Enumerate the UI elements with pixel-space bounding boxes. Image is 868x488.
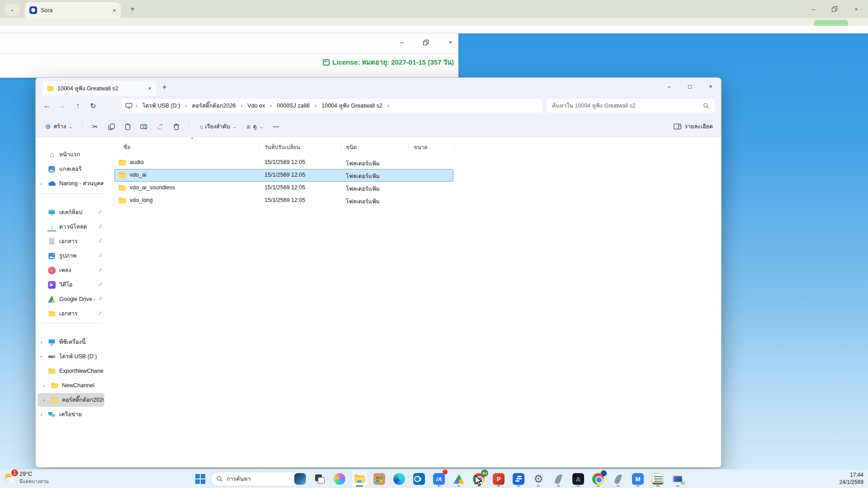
refresh-button[interactable]: ↻: [85, 99, 101, 113]
chevron-expand-icon[interactable]: ›: [38, 181, 44, 186]
column-resize-handle[interactable]: [259, 142, 259, 150]
sidebar-item-videos[interactable]: ▶ วิดีโอ: [38, 278, 104, 291]
microsoft-store-icon[interactable]: [372, 471, 387, 487]
breadcrumb[interactable]: › ไดรฟ์ USB (D:) › คอร์สติ๊กต้อก2026 › V…: [122, 99, 542, 113]
new-button[interactable]: ⊕ สร้าง ⌄: [41, 119, 76, 134]
copilot-icon[interactable]: [332, 471, 347, 487]
share-button[interactable]: [153, 120, 167, 133]
sidebar-item-downloads[interactable]: ↓ ดาวน์โหลด: [38, 220, 104, 234]
up-button[interactable]: ↑: [70, 99, 85, 113]
quill-app-2-icon[interactable]: [610, 471, 626, 487]
explorer-maximize-button[interactable]: □: [679, 78, 700, 95]
taskbar-search-box[interactable]: การค้นหา: [211, 472, 308, 486]
task-view-button[interactable]: [312, 471, 327, 487]
sort-ascending-icon: ^: [188, 137, 197, 142]
explorer-close-button[interactable]: ×: [700, 78, 721, 95]
file-explorer-icon[interactable]: [352, 471, 367, 487]
browser-close-button[interactable]: ×: [854, 6, 858, 13]
sidebar-item-pictures[interactable]: รูปภาพ: [38, 249, 104, 263]
column-resize-handle[interactable]: [340, 142, 341, 150]
settings-gear-icon[interactable]: ⚙: [531, 471, 546, 487]
view-button[interactable]: ≡ ดู ⌄: [242, 119, 267, 134]
sidebar-item-onedrive[interactable]: › Narong - ส่วนบุคคล: [38, 177, 104, 190]
breadcrumb-item-0000sj-za88[interactable]: 0000SJ za88: [275, 102, 311, 110]
sidebar-item-this-pc[interactable]: › พีซีเครื่องนี้: [38, 335, 104, 349]
chevron-expand-icon[interactable]: ›: [38, 412, 44, 417]
sidebar-item-course2026[interactable]: › คอร์สติ๊กต้อก2026: [38, 393, 104, 407]
file-row-vdo-long[interactable]: vdo_long 15/1/2569 12:05 โฟลเดอร์แฟ้ม: [105, 194, 648, 207]
dark-a-app-icon[interactable]: A: [571, 471, 586, 487]
mountain-app-icon[interactable]: M: [630, 471, 646, 487]
search-highlight-image: [294, 473, 306, 485]
chevron-collapse-icon[interactable]: ›: [39, 354, 44, 360]
remote-desktop-icon[interactable]: ↻: [670, 471, 685, 487]
browser-minimize-button[interactable]: –: [811, 6, 815, 13]
license-minimize-button[interactable]: –: [400, 39, 403, 46]
browser-green-button[interactable]: [814, 20, 848, 26]
column-header-date-modified[interactable]: วันที่ปรับเปลี่ยน: [264, 143, 300, 151]
explorer-tab-close-icon[interactable]: ×: [148, 85, 151, 92]
browser-restore-button[interactable]: [832, 6, 837, 12]
column-resize-handle[interactable]: [408, 142, 409, 150]
column-resize-handle[interactable]: [454, 142, 455, 150]
edge-icon[interactable]: [392, 471, 407, 487]
tab-search-button[interactable]: ⌄: [5, 4, 20, 15]
sidebar-item-desktop[interactable]: เดสก์ท็อป: [38, 206, 104, 219]
clock-time: 17:44: [840, 472, 863, 479]
license-restore-button[interactable]: [423, 40, 429, 45]
details-pane-button[interactable]: รายละเอียด: [674, 116, 713, 137]
outlook-icon[interactable]: O: [411, 471, 427, 487]
chevron-expand-icon[interactable]: ›: [41, 383, 47, 388]
sidebar-item-newchannel[interactable]: › NewChannel: [38, 379, 104, 392]
browser-new-tab-button[interactable]: +: [130, 5, 135, 14]
more-options-button[interactable]: •••: [269, 122, 283, 132]
chevron-expand-icon[interactable]: ›: [41, 397, 47, 403]
pin-icon: [98, 238, 103, 244]
ia-app-icon[interactable]: /A: [431, 471, 447, 487]
sidebar-item-usb-drive-d[interactable]: › ไดรฟ์ USB (D:): [38, 350, 104, 363]
powerpoint-icon[interactable]: P: [491, 471, 506, 487]
file-row-audio[interactable]: audio 15/1/2569 12:05 โฟลเดอร์แฟ้ม: [105, 156, 648, 169]
search-box[interactable]: ค้นหาใน 10004 หูฟัง Greatwall s2: [547, 99, 715, 113]
file-row-vdo-ai-soundless[interactable]: vdo_ai_soundless 15/1/2569 12:05 โฟลเดอร…: [105, 182, 648, 194]
browser-tab-sora[interactable]: Sora ×: [25, 2, 121, 18]
copy-button[interactable]: [104, 120, 118, 133]
sidebar-item-network[interactable]: › เครือข่าย: [38, 408, 104, 421]
tiles-app-icon[interactable]: [511, 471, 526, 487]
sidebar-item-documents[interactable]: เอกสาร: [38, 235, 104, 248]
start-button[interactable]: [195, 474, 205, 484]
license-close-button[interactable]: ×: [448, 39, 452, 46]
sidebar-item-home[interactable]: ⌂ หน้าแรก: [38, 148, 104, 161]
sidebar-item-exportnewchanel[interactable]: ExportNewChanel: [38, 364, 104, 378]
sidebar-item-documents-folder[interactable]: เอกสาร: [38, 307, 104, 320]
back-button[interactable]: ←: [39, 99, 55, 113]
paste-button[interactable]: [120, 120, 135, 133]
quill-app-icon[interactable]: [551, 471, 566, 487]
column-header-size[interactable]: ขนาด: [414, 143, 428, 151]
explorer-minimize-button[interactable]: –: [659, 78, 679, 95]
forward-button[interactable]: →: [55, 99, 70, 113]
breadcrumb-item-course2026[interactable]: คอร์สติ๊กต้อก2026: [190, 100, 237, 111]
google-drive-icon[interactable]: [451, 471, 467, 487]
delete-button[interactable]: [169, 120, 184, 133]
rename-button[interactable]: A: [137, 120, 151, 133]
column-header-type[interactable]: ชนิด: [346, 143, 357, 151]
taskbar-clock[interactable]: 17:44 24/1/2569: [840, 472, 863, 486]
tab-close-icon[interactable]: ×: [113, 7, 116, 14]
sort-button[interactable]: ↑↓ เรียงลำดับ ⌄: [195, 119, 241, 134]
breadcrumb-item-vdo-ex[interactable]: Vdo ex: [245, 102, 267, 110]
explorer-new-tab-button[interactable]: +: [162, 83, 166, 91]
chevron-expand-icon[interactable]: ›: [38, 339, 44, 345]
weather-widget[interactable]: 1 29°C มีแดดบางส่วน: [3, 471, 49, 485]
cut-button[interactable]: ✂: [88, 120, 102, 133]
notepad-icon[interactable]: [650, 471, 665, 487]
column-header-name[interactable]: ชื่อ: [123, 143, 130, 151]
chrome-globe-icon[interactable]: [590, 471, 606, 487]
sidebar-item-google-drive[interactable]: Google Drive (G:): [38, 292, 104, 306]
sidebar-item-music[interactable]: ♪ เพลง: [38, 263, 104, 277]
sidebar-item-gallery[interactable]: แกลเลอรี: [38, 162, 104, 176]
breadcrumb-item-current-folder[interactable]: 10004 หูฟัง Greatwall s2: [320, 100, 384, 111]
breadcrumb-item-drive-d[interactable]: ไดรฟ์ USB (D:): [141, 100, 182, 111]
explorer-tab[interactable]: 10004 หูฟัง Greatwall s2 ×: [42, 81, 156, 96]
file-row-vdo-ai-selected[interactable]: vdo_ai 15/1/2569 12:05 โฟลเดอร์แฟ้ม: [105, 169, 648, 182]
